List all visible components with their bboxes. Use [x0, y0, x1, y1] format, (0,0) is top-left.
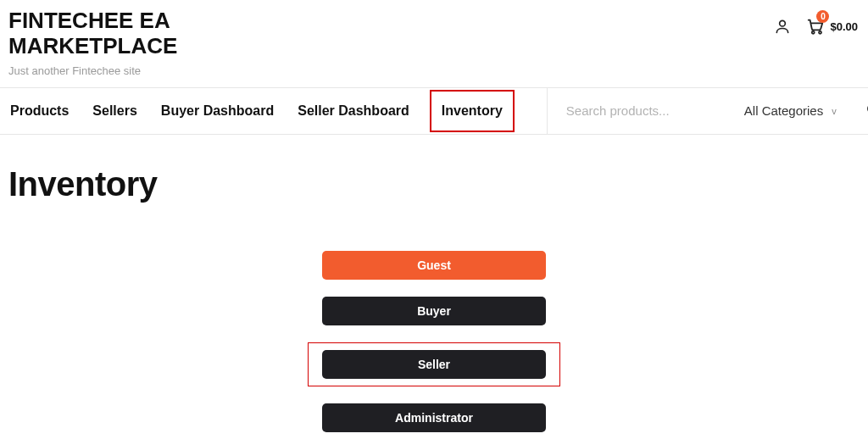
cart-count-badge: 0 [816, 10, 829, 23]
role-buyer-button[interactable]: Buyer [322, 297, 546, 325]
cart-total: $0.00 [830, 20, 858, 33]
svg-point-1 [812, 31, 815, 34]
account-icon[interactable] [774, 18, 791, 35]
category-select-label: All Categories [744, 103, 823, 118]
nav-buyer-dashboard[interactable]: Buyer Dashboard [159, 90, 275, 132]
chevron-down-icon: v [832, 106, 837, 116]
site-title[interactable]: FINTECHEE EA MARKETPLACE [8, 8, 331, 59]
nav-seller-dashboard[interactable]: Seller Dashboard [296, 90, 411, 132]
cart-button[interactable]: 0 $0.00 [806, 17, 858, 36]
search-button[interactable] [854, 102, 868, 120]
nav-products[interactable]: Products [8, 90, 70, 132]
nav-sellers[interactable]: Sellers [91, 90, 138, 132]
svg-point-2 [819, 31, 821, 34]
highlight-frame-seller: Seller [308, 342, 560, 386]
role-administrator-button[interactable]: Administrator [322, 403, 546, 432]
main-nav: Products Sellers Buyer Dashboard Seller … [8, 90, 513, 132]
page-title: Inventory [8, 165, 860, 203]
search-input[interactable] [566, 103, 727, 118]
svg-point-0 [780, 20, 786, 26]
role-guest-button[interactable]: Guest [322, 251, 546, 280]
category-select[interactable]: All Categories v [737, 103, 843, 118]
nav-inventory[interactable]: Inventory [430, 90, 515, 132]
role-seller-button[interactable]: Seller [322, 350, 546, 379]
site-tagline: Just another Fintechee site [8, 64, 331, 77]
